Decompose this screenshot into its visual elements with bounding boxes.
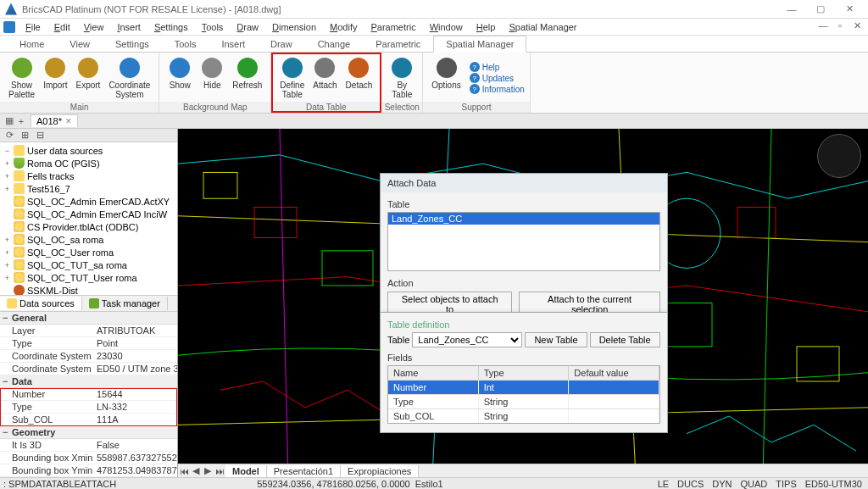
doc-tab[interactable]: A018* ✕: [31, 114, 78, 127]
prop-group-general[interactable]: General: [0, 312, 177, 325]
by-table-button[interactable]: By Table: [387, 54, 417, 102]
prop-row[interactable]: Sub_COL111A: [0, 414, 177, 426]
prop-row[interactable]: Number15644: [0, 388, 177, 401]
bg-refresh-button[interactable]: Refresh: [229, 54, 265, 102]
data-sources-tree[interactable]: −User data sources+Roma OC (PGIS)+Fells …: [0, 142, 177, 295]
tree-node[interactable]: +SQL_OC_sa roma: [2, 233, 175, 246]
panel-tab-task-manager[interactable]: Task manager: [82, 297, 168, 310]
prop-row[interactable]: Bounding box Ymin4781253.04983787: [0, 464, 177, 477]
prop-row[interactable]: LayerATRIBUTOAK: [0, 325, 177, 337]
tab-nav-last-icon[interactable]: ⏭: [214, 466, 225, 476]
menu-insert[interactable]: Insert: [110, 20, 147, 34]
support-link-updates[interactable]: ?Updates: [470, 73, 525, 83]
menu-window[interactable]: Window: [423, 20, 470, 34]
table-row[interactable]: NumberInt: [388, 380, 659, 394]
prop-row[interactable]: TypePoint: [0, 337, 177, 350]
tree-node[interactable]: +SQL_OC_TUT_User roma: [2, 271, 175, 284]
layout-tab[interactable]: Presentación1: [267, 465, 341, 477]
menu-tools[interactable]: Tools: [195, 20, 231, 34]
ribbon-tab-change[interactable]: Change: [305, 36, 364, 52]
panel-tab-data-sources[interactable]: Data sources: [0, 297, 82, 310]
table-select[interactable]: Land_Zones_CC: [412, 332, 522, 347]
prop-row[interactable]: Bounding box Xmin558987.637327552: [0, 452, 177, 464]
delete-table-button[interactable]: Delete Table: [590, 332, 660, 347]
model-tab[interactable]: Model: [225, 465, 267, 477]
prop-group-data[interactable]: Data: [0, 375, 177, 388]
tree-node[interactable]: +SQL_OC_TUT_sa roma: [2, 258, 175, 271]
tree-root[interactable]: −User data sources: [2, 144, 175, 157]
menu-spatial-manager[interactable]: Spatial Manager: [502, 20, 583, 34]
close-tab-icon[interactable]: ✕: [65, 117, 72, 125]
add-tab-button[interactable]: +: [15, 116, 27, 126]
fields-grid[interactable]: Name Type Default value NumberInt TypeSt…: [387, 365, 660, 424]
tab-nav-next-icon[interactable]: ▶: [202, 465, 214, 476]
ribbon-tab-view[interactable]: View: [57, 36, 103, 52]
ribbon-tab-settings[interactable]: Settings: [103, 36, 162, 52]
menu-edit[interactable]: Edit: [47, 20, 77, 34]
table-row[interactable]: Sub_COLString: [388, 408, 659, 423]
close-button[interactable]: ✕: [836, 2, 863, 17]
status-toggle-ed50-utm30[interactable]: ED50-UTM30: [803, 479, 865, 489]
tab-nav-prev-icon[interactable]: ◀: [190, 465, 202, 476]
prop-group-geometry[interactable]: Geometry: [0, 426, 177, 439]
maximize-button[interactable]: ▢: [807, 2, 834, 17]
ribbon-tab-tools[interactable]: Tools: [162, 36, 209, 52]
ribbon-tab-spatial-manager[interactable]: Spatial Manager: [433, 36, 526, 53]
status-toggle-tips[interactable]: TIPS: [773, 479, 798, 489]
show-palette-button[interactable]: Show Palette: [5, 54, 38, 102]
menu-settings[interactable]: Settings: [147, 20, 195, 34]
status-toggle-dyn[interactable]: DYN: [709, 479, 734, 489]
tree-node[interactable]: +Roma OC (PGIS): [2, 157, 175, 169]
coord-sys-button[interactable]: Coordinate System: [105, 54, 153, 102]
ribbon-tab-home[interactable]: Home: [7, 36, 57, 52]
status-toggle-quad[interactable]: QUAD: [738, 479, 771, 489]
list-item[interactable]: Land_Zones_CC: [388, 213, 659, 225]
menu-dimension[interactable]: Dimension: [265, 20, 323, 34]
menu-view[interactable]: View: [77, 20, 111, 34]
layout-tab[interactable]: Expropiaciones: [341, 465, 419, 477]
table-listbox[interactable]: Land_Zones_CC: [387, 212, 660, 271]
minimize-button[interactable]: —: [778, 2, 805, 17]
ribbon-tab-draw[interactable]: Draw: [258, 36, 305, 52]
tree-node[interactable]: SQL_OC_Admin EmerCAD.ActXY: [2, 195, 175, 208]
tree-node[interactable]: +Fells tracks: [2, 169, 175, 182]
support-link-help[interactable]: ?Help: [470, 62, 525, 72]
prop-row[interactable]: TypeLN-332: [0, 401, 177, 414]
status-toggle-le[interactable]: LE: [655, 479, 671, 489]
prop-row[interactable]: It Is 3DFalse: [0, 439, 177, 452]
menu-help[interactable]: Help: [470, 20, 503, 34]
tree-tool-icon[interactable]: ⟳: [3, 130, 15, 142]
support-link-information[interactable]: ?Information: [470, 84, 525, 94]
export-button[interactable]: Export: [72, 54, 103, 102]
define-table-button[interactable]: Define Table: [276, 54, 308, 102]
tree-node[interactable]: +SQL_OC_User roma: [2, 246, 175, 258]
tree-node[interactable]: SQL_OC_Admin EmerCAD InciW: [2, 208, 175, 220]
tree-node[interactable]: CS Provider.tblAct (ODBC): [2, 220, 175, 233]
view-cube-icon[interactable]: [817, 134, 861, 178]
new-table-button[interactable]: New Table: [525, 332, 587, 347]
mdi-minimize-button[interactable]: —: [815, 20, 831, 34]
mdi-close-button[interactable]: ✕: [849, 20, 865, 34]
prop-row[interactable]: Coordinate System nameED50 / UTM zone 3: [0, 363, 177, 375]
menu-modify[interactable]: Modify: [323, 20, 364, 34]
tree-node[interactable]: SSKML-Dist: [2, 284, 175, 295]
bg-hide-button[interactable]: Hide: [197, 54, 227, 102]
table-row[interactable]: TypeString: [388, 394, 659, 408]
prop-row[interactable]: Coordinate System code23030: [0, 350, 177, 363]
menu-file[interactable]: File: [19, 20, 47, 34]
attach-button[interactable]: Attach: [309, 54, 340, 102]
detach-button[interactable]: Detach: [342, 54, 376, 102]
menu-parametric[interactable]: Parametric: [364, 20, 422, 34]
bg-show-button[interactable]: Show: [164, 54, 195, 102]
tree-tool-icon[interactable]: ⊟: [34, 130, 46, 142]
new-doc-button[interactable]: ▦: [3, 115, 15, 126]
options-button[interactable]: Options: [428, 54, 464, 102]
drawing-canvas[interactable]: Attach Data Table Land_Zones_CC Action S…: [178, 129, 868, 477]
tree-node[interactable]: +Test516_7: [2, 182, 175, 195]
mdi-restore-button[interactable]: ▫: [832, 20, 848, 34]
menu-draw[interactable]: Draw: [230, 20, 265, 34]
import-button[interactable]: Import: [40, 54, 70, 102]
ribbon-tab-insert[interactable]: Insert: [209, 36, 258, 52]
tree-tool-icon[interactable]: ⊞: [19, 130, 31, 142]
status-toggle-ducs[interactable]: DUCS: [675, 479, 706, 489]
